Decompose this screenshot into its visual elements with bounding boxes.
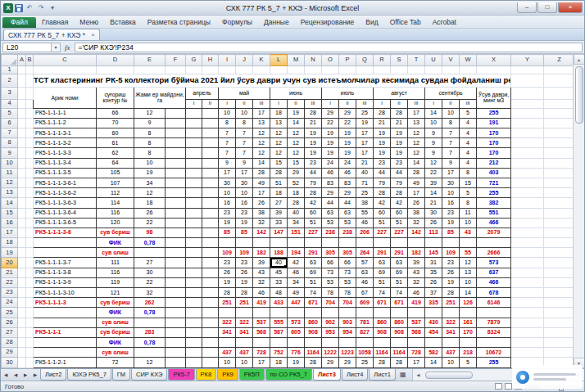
cell-value-10-2[interactable]: 9 (236, 158, 253, 168)
sheet-nav-prev-icon[interactable]: ◀ (11, 369, 20, 381)
cell-area-23[interactable]: 32 (134, 288, 166, 298)
cell-value-28-10[interactable] (374, 337, 391, 347)
cell-value-12-2[interactable]: 30 (236, 178, 253, 187)
cell-value-17-7[interactable]: 238 (322, 228, 339, 237)
cell-name-23[interactable]: РК5-1-1-1-3-10 (34, 288, 97, 298)
column-header-A[interactable]: A (18, 55, 26, 66)
header-decade[interactable]: III (408, 99, 425, 108)
column-header-D[interactable]: D (97, 55, 134, 66)
cell-contour-13[interactable]: 112 (97, 188, 134, 198)
cell-value-9-12[interactable]: 12 (408, 148, 425, 158)
cell-value-16-13[interactable]: 26 (425, 218, 442, 228)
cell-V1[interactable] (442, 66, 460, 74)
cell-value-24-3[interactable]: 419 (253, 298, 270, 308)
ribbon-tab-office-tab[interactable]: Office Tab (384, 17, 427, 28)
cell-value-26-14[interactable]: 322 (442, 318, 460, 327)
cell-value-24-11[interactable]: 671 (391, 298, 408, 308)
cell-value-30-3[interactable]: 17 (253, 358, 270, 367)
cell-value-20-7[interactable]: 66 (322, 258, 339, 268)
cell-value-29-13[interactable]: 582 (425, 348, 442, 358)
cell-area-24[interactable]: 262 (134, 298, 166, 308)
cell-value-7-12[interactable]: 12 (408, 128, 425, 138)
cell-area-21[interactable]: 30 (134, 268, 166, 277)
cell-H29[interactable] (202, 348, 219, 358)
cell-value-28-3[interactable] (253, 337, 270, 347)
cell-value-28-8[interactable] (339, 337, 356, 347)
cell-value-11-13[interactable]: 22 (425, 168, 442, 178)
row-header-25[interactable]: 25 (2, 308, 18, 318)
cell-A20[interactable] (18, 258, 26, 268)
cell-value-24-15[interactable]: 126 (460, 298, 477, 308)
cell-area-13[interactable]: 12 (134, 188, 166, 198)
column-header-T[interactable]: T (408, 55, 425, 66)
cell-value-26-6[interactable]: 860 (305, 318, 322, 327)
header-decade[interactable]: I (374, 99, 391, 108)
cell-Y3[interactable] (511, 87, 544, 99)
cell-value-14-3[interactable]: 26 (253, 198, 270, 208)
cell-name-24[interactable]: РК5-1-1-1-3 (34, 298, 97, 308)
row-header-5[interactable]: 5 (2, 108, 18, 118)
cell-value-6-2[interactable]: 8 (236, 118, 253, 128)
sheet-nav-last-icon[interactable]: ▶ (30, 369, 40, 381)
redo-icon[interactable]: ↷ (36, 3, 46, 13)
cell-A12[interactable] (18, 178, 26, 187)
cell-value-20-2[interactable]: 23 (236, 258, 253, 268)
cell-area-22[interactable]: 22 (134, 277, 166, 287)
cell-value-20-10[interactable]: 63 (374, 258, 391, 268)
cell-F5[interactable] (166, 108, 186, 118)
cell-value-12-1[interactable]: 30 (219, 178, 236, 187)
cell-F8[interactable] (166, 138, 186, 148)
cell-T1[interactable] (408, 66, 425, 74)
cell-area-15[interactable]: 26 (134, 208, 166, 218)
cell-value-10-13[interactable]: 12 (425, 158, 442, 168)
cell-value-11-3[interactable]: 28 (253, 168, 270, 178)
cell-Y5[interactable] (511, 108, 544, 118)
cell-total-22[interactable]: 466 (477, 277, 511, 287)
cell-value-15-6[interactable]: 60 (305, 208, 322, 218)
cell-E1[interactable] (134, 66, 166, 74)
cell-value-18-1[interactable] (219, 238, 236, 248)
cell-value-25-5[interactable] (288, 308, 305, 318)
column-header-M[interactable]: M (288, 55, 305, 66)
cell-value-29-6[interactable]: 1164 (305, 348, 322, 358)
row-header-18[interactable]: 18 (2, 238, 18, 248)
row-header-20[interactable]: 20 (2, 258, 18, 268)
cell-value-19-3[interactable]: 182 (253, 248, 270, 258)
cell-total-8[interactable]: 170 (477, 138, 511, 148)
column-header-P[interactable]: P (339, 55, 356, 66)
cell-value-27-3[interactable]: 568 (253, 327, 270, 337)
cell-name-10[interactable]: РК5-1-1-1-3-4 (34, 158, 97, 168)
cell-value-14-6[interactable]: 42 (305, 198, 322, 208)
cell-Y13[interactable] (511, 188, 544, 198)
cell-G24[interactable] (186, 298, 202, 308)
cell-value-30-6[interactable]: 28 (305, 358, 322, 367)
row-header-8[interactable]: 8 (2, 138, 18, 148)
cell-value-18-2[interactable] (236, 238, 253, 248)
cell-Y28[interactable] (511, 337, 544, 347)
cell-area-14[interactable]: 18 (134, 198, 166, 208)
cell-value-17-3[interactable]: 142 (253, 228, 270, 237)
cell-Q1[interactable] (356, 66, 374, 74)
cell-value-25-9[interactable] (356, 308, 374, 318)
cell-H30[interactable] (202, 358, 219, 367)
cell-name-26[interactable] (34, 318, 97, 327)
cell-H18[interactable] (202, 238, 219, 248)
cell-value-27-14[interactable]: 341 (442, 327, 460, 337)
cell-O1[interactable] (322, 66, 339, 74)
cell-value-28-2[interactable] (236, 337, 253, 347)
cell-H21[interactable] (202, 268, 219, 277)
cell-value-23-4[interactable]: 48 (270, 288, 288, 298)
row-header-14[interactable]: 14 (2, 198, 18, 208)
ribbon-tab-разметка-страницы[interactable]: Разметка страницы (142, 17, 216, 28)
row-header-17[interactable]: 17 (2, 228, 18, 237)
row-header-2[interactable]: 2 (2, 74, 18, 87)
cell-area-8[interactable]: 8 (134, 138, 166, 148)
column-header-O[interactable]: O (322, 55, 339, 66)
header-decade[interactable]: II (339, 99, 356, 108)
view-layout-button[interactable] (505, 383, 512, 390)
cell-value-27-12[interactable]: 568 (408, 327, 425, 337)
cell-value-26-8[interactable]: 903 (339, 318, 356, 327)
cell-Y19[interactable] (511, 248, 544, 258)
cell-G14[interactable] (186, 198, 202, 208)
row-header-22[interactable]: 22 (2, 277, 18, 287)
